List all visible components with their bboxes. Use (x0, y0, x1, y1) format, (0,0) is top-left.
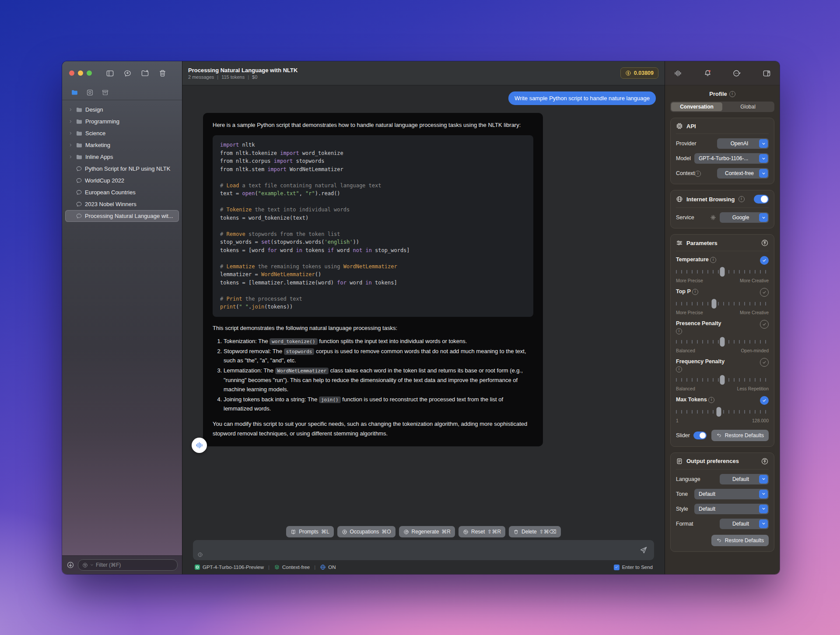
status-item[interactable]: Context-free (274, 564, 310, 570)
slider-thumb[interactable] (716, 407, 721, 417)
sidebar-folder-item[interactable]: Science (65, 127, 179, 139)
cost-value: 0.03809 (634, 70, 654, 76)
filter-input[interactable]: Filter (⌘F) (78, 559, 178, 571)
output-preferences-card: Output preferences LanguageDefaultToneDe… (670, 453, 774, 552)
internet-browsing-toggle[interactable] (754, 195, 769, 203)
occupations-button[interactable]: Occupations⌘O (337, 526, 396, 537)
style-dropdown[interactable]: Default (694, 504, 769, 514)
chat-transcript[interactable]: Write sample Python script to handle nat… (182, 85, 665, 523)
code-block[interactable]: import nltkfrom nltk.tokenize import wor… (213, 135, 533, 317)
chevron-down-icon (759, 154, 768, 163)
info-icon[interactable]: i (692, 289, 698, 295)
send-button[interactable] (639, 546, 648, 554)
slider-thumb[interactable] (720, 337, 725, 347)
restore-defaults-button[interactable]: Restore Defaults (711, 535, 769, 546)
chat-bubble-icon (76, 177, 82, 184)
gear-icon[interactable] (710, 214, 716, 221)
enter-to-send-checkbox[interactable]: Enter to Send (614, 565, 653, 570)
sidebar-tab-folder-tab[interactable] (71, 89, 78, 96)
slider-thumb[interactable] (720, 375, 725, 385)
provider-dropdown[interactable]: OpenAI (717, 138, 769, 149)
folder-label: Marketing (85, 142, 110, 148)
status-item[interactable]: ON (320, 564, 336, 570)
info-icon[interactable]: i (708, 397, 714, 403)
regenerate-button[interactable]: Regenerate⌘R (399, 526, 455, 537)
chat-label: European Countries (85, 189, 136, 196)
parameter-enable-check[interactable] (760, 288, 769, 297)
sidebar-chat-item[interactable]: Python Script for NLP using NLTK (65, 163, 179, 175)
delete-button[interactable]: Delete⇧⌘⌫ (509, 526, 561, 537)
format-dropdown[interactable]: Default (720, 519, 769, 529)
bell-icon[interactable] (704, 69, 712, 77)
zoom-window-button[interactable] (87, 70, 92, 76)
chat-title-block: Processing Natural Language with NLTK 2 … (188, 67, 298, 80)
sidebar-tab-favorites[interactable] (86, 89, 94, 96)
parameter-enable-check[interactable] (760, 256, 769, 265)
document-icon (676, 458, 683, 465)
profile-tab-conversation[interactable]: Conversation (671, 102, 722, 111)
info-icon[interactable]: i (676, 328, 682, 334)
sidebar-folder-item[interactable]: Design (65, 104, 179, 116)
info-icon[interactable]: i (695, 171, 701, 177)
attachment-icon[interactable] (197, 552, 203, 558)
parameter-slider[interactable] (676, 299, 769, 309)
action-shortcut: ⇧⌘⌫ (539, 529, 556, 535)
context-dropdown[interactable]: Context-free (717, 168, 769, 179)
sidebar-chat-item[interactable]: European Countries (65, 186, 179, 198)
parameter-slider[interactable] (676, 375, 769, 385)
right-panel-toggle-icon[interactable] (763, 69, 771, 77)
trash-icon[interactable] (158, 69, 167, 77)
status-item[interactable]: GPT-4-Turbo-1106-Preview (194, 564, 264, 570)
close-window-button[interactable] (69, 70, 74, 76)
info-icon[interactable]: i (676, 366, 682, 372)
info-icon[interactable]: i (738, 196, 745, 202)
profile-tab-global[interactable]: Global (722, 102, 774, 111)
cost-badge[interactable]: 0.03809 (620, 67, 658, 79)
info-icon[interactable]: i (710, 257, 716, 263)
sidebar-folder-item[interactable]: Inline Apps (65, 151, 179, 163)
parameter-enable-check[interactable] (760, 358, 769, 367)
sidebar-tab-archive[interactable] (102, 89, 109, 96)
sidebar-chat-item[interactable]: 2023 Nobel Winners (65, 198, 179, 210)
info-icon[interactable]: i (729, 91, 735, 97)
prompts-button[interactable]: Prompts⌘L (286, 526, 333, 537)
folder-tab-icon (76, 154, 83, 161)
sidebar-chat-item[interactable]: WorldCup 2022 (65, 175, 179, 186)
assistant-outro: You can modify this script to suit your … (213, 419, 533, 438)
sidebar-folder-item[interactable]: Programming (65, 116, 179, 127)
parameter-enable-check[interactable] (760, 396, 769, 405)
service-dropdown[interactable]: Google (720, 212, 769, 223)
parameter-slider[interactable] (676, 337, 769, 347)
ellipsis-menu-icon[interactable] (733, 69, 741, 77)
model-dropdown[interactable]: GPT-4-Turbo-1106-... (694, 153, 769, 164)
waveform-icon[interactable] (674, 69, 682, 77)
collapse-section-icon[interactable] (761, 457, 769, 465)
sidebar-toggle-icon[interactable] (106, 69, 114, 77)
sidebar-folder-item[interactable]: Marketing (65, 139, 179, 151)
minimize-window-button[interactable] (78, 70, 83, 76)
new-chat-icon[interactable] (123, 69, 132, 77)
slider-thumb[interactable] (711, 299, 716, 309)
occupations-icon (342, 529, 347, 535)
language-dropdown[interactable]: Default (720, 474, 769, 484)
dropdown-value: OpenAI (721, 140, 757, 147)
reset-button[interactable]: Reset⇧⌘R (458, 526, 505, 537)
output-label: Language (676, 476, 700, 482)
reset-icon (463, 529, 469, 535)
output-label: Tone (676, 491, 688, 497)
chat-bubble-icon (76, 189, 82, 196)
tone-dropdown[interactable]: Default (694, 489, 769, 499)
restore-defaults-button[interactable]: Restore Defaults (711, 430, 769, 441)
parameter-slider[interactable] (676, 267, 769, 277)
slider-mode-toggle[interactable] (693, 432, 707, 439)
user-message[interactable]: Write sample Python script to handle nat… (508, 91, 656, 105)
message-input[interactable] (193, 540, 654, 560)
parameter-slider[interactable] (676, 407, 769, 417)
collapse-section-icon[interactable] (761, 239, 769, 247)
assistant-intro: Here is a sample Python script that demo… (213, 120, 533, 130)
download-icon[interactable] (66, 561, 74, 569)
slider-thumb[interactable] (720, 267, 725, 277)
new-folder-icon[interactable] (141, 69, 149, 77)
sidebar-chat-item[interactable]: Processing Natural Language wit... (65, 210, 179, 222)
parameter-enable-check[interactable] (760, 320, 769, 329)
